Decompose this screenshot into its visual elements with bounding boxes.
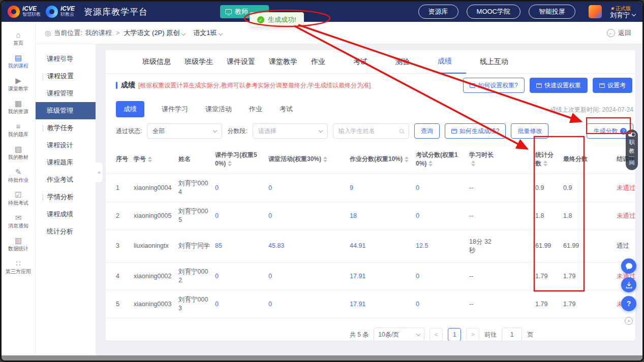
col-header-activity[interactable]: 课堂活动(权重30%) (268, 155, 350, 163)
table-row: 1 xiaoning0004 刘育宁0004 0 0 9 0 -- 0.9 0.… (106, 174, 635, 202)
download-button[interactable] (621, 277, 636, 292)
courseware-score-link[interactable]: 0 (215, 184, 268, 192)
menu-item-class-management[interactable]: 班级管理 (36, 102, 96, 119)
chevron-down-icon (219, 31, 223, 35)
menu-item-course-question-bank[interactable]: 课程题库 (36, 154, 96, 171)
quick-set-weight-button[interactable]: 快速设置权重 (530, 78, 588, 93)
homework-score-link[interactable]: 9 (350, 184, 416, 192)
nav-smart-screen[interactable]: 智能投屏 (529, 5, 575, 19)
sidebar-collapse-handle[interactable]: « (96, 161, 103, 183)
menu-item-course-management[interactable]: 课程管理 (36, 85, 96, 102)
goto-page-input[interactable] (502, 327, 522, 341)
sort-icon[interactable] (471, 160, 475, 167)
sort-icon[interactable] (405, 156, 409, 162)
set-exam-button[interactable]: 设置考 (593, 78, 632, 93)
activity-score-link[interactable]: 0 (268, 184, 350, 192)
sidebar-item-my-courses[interactable]: ▤我的课程 (2, 50, 35, 73)
sort-icon[interactable] (148, 156, 152, 162)
sort-icon[interactable] (323, 156, 327, 162)
homework-score-link[interactable]: 18 (350, 212, 416, 220)
menu-item-homework-exam[interactable]: 作业考试 (36, 171, 96, 188)
subtab-grades[interactable]: 成绩 (116, 101, 144, 117)
tab-classroom-teaching[interactable]: 课堂教学 (269, 50, 297, 74)
toggle-icon[interactable] (628, 133, 635, 137)
sidebar-item-statistics[interactable]: ▥数据统计 (2, 233, 35, 255)
current-page-button[interactable]: 1 (448, 328, 461, 341)
exam-score-link[interactable]: 0 (416, 300, 469, 309)
how-to-generate-grades-button[interactable]: 如何生成成绩? (445, 123, 506, 139)
prev-page-button[interactable]: < (430, 328, 443, 341)
score-range-select[interactable]: 请选择 (253, 123, 328, 139)
subtab-exam[interactable]: 考试 (280, 105, 293, 114)
activity-score-link[interactable]: 0 (268, 272, 350, 281)
close-float-button[interactable]: × (625, 317, 633, 325)
sidebar-item-question-bank[interactable]: ≡我的题库 (2, 118, 35, 141)
col-header-exam[interactable]: 考试分数(权重10%) (416, 151, 469, 168)
courseware-score-link[interactable]: 0 (215, 272, 268, 281)
homework-score-link[interactable]: 17.91 (350, 272, 416, 281)
avatar[interactable] (589, 5, 602, 18)
customer-service-button[interactable] (621, 258, 636, 274)
help-button[interactable]: ? (621, 296, 636, 311)
subtab-homework[interactable]: 作业 (249, 105, 262, 114)
sidebar-item-third-party-apps[interactable]: ∷第三方应用 (2, 255, 35, 278)
sidebar-item-textbooks[interactable]: ▧我的教材 (2, 141, 35, 164)
batch-edit-button[interactable]: 批量修改 (511, 123, 548, 139)
tab-courseware-settings[interactable]: 课件设置 (227, 50, 255, 74)
nav-resource-library[interactable]: 资源库 (418, 5, 458, 19)
menu-item-statistical-analysis[interactable]: 统计分析 (36, 223, 96, 240)
exam-score-link[interactable]: 0 (416, 272, 469, 281)
courseware-score-link[interactable]: 0 (215, 212, 268, 220)
next-page-button[interactable]: > (466, 328, 479, 341)
breadcrumb-course-dropdown[interactable]: 大学语文 (2P) 原创 (124, 28, 185, 38)
sidebar-item-home[interactable]: ⌂首页 (2, 27, 35, 50)
sort-icon[interactable] (428, 160, 433, 167)
menu-item-course-guide[interactable]: 课程引导 (36, 50, 96, 68)
floating-side-tag[interactable]: 职 教 间 (626, 129, 638, 170)
sidebar-item-my-resources[interactable]: ▦我的资源 (2, 95, 35, 118)
exam-score-link[interactable]: 0 (416, 184, 469, 192)
sort-icon[interactable] (228, 160, 232, 167)
student-name-search[interactable] (333, 123, 409, 139)
tab-online-interaction[interactable]: 线上互动 (480, 50, 508, 74)
subtab-class-activity[interactable]: 课堂活动 (205, 105, 232, 114)
how-to-set-weight-button[interactable]: 如何设置权重? (463, 78, 525, 93)
col-header-duration[interactable]: 学习时长 (469, 151, 499, 168)
tab-class-students[interactable]: 班级学生 (185, 50, 213, 74)
sidebar-item-classroom-teaching[interactable]: ▶课堂教学 (2, 73, 35, 95)
col-header-student-id[interactable]: 学号 (134, 155, 178, 163)
tab-grades[interactable]: 成绩 (438, 50, 466, 74)
col-header-homework[interactable]: 作业分数(权重10%) (350, 155, 416, 163)
homework-score-link[interactable]: 44.91 (350, 242, 416, 250)
nav-mooc-academy[interactable]: MOOC学院 (467, 5, 520, 19)
sidebar-item-pending-homework[interactable]: ✎待批作业 (2, 164, 35, 187)
tab-quiz[interactable]: 测验 (395, 50, 424, 74)
activity-score-link[interactable]: 45.83 (268, 242, 350, 250)
subtab-courseware-learning[interactable]: 课件学习 (162, 105, 188, 114)
courseware-score-link[interactable]: 85 (215, 242, 268, 250)
tab-homework[interactable]: 作业 (311, 50, 340, 74)
exam-score-link[interactable]: 12.5 (416, 242, 469, 250)
sidebar-item-notifications[interactable]: ✉消息通知 (2, 210, 35, 233)
query-button[interactable]: 查询 (414, 123, 440, 139)
user-menu[interactable]: 刘育宁 (610, 12, 635, 18)
col-header-stat-score[interactable]: 统计分数 (535, 151, 563, 168)
breadcrumb-class-dropdown[interactable]: 语文1班 (193, 28, 222, 38)
activity-score-link[interactable]: 0 (268, 212, 350, 220)
sort-icon[interactable] (543, 160, 547, 167)
courseware-score-link[interactable]: 0 (215, 300, 268, 309)
pass-status-select[interactable]: 全部 (147, 123, 222, 139)
activity-score-link[interactable]: 0 (268, 300, 350, 309)
col-header-courseware[interactable]: 课件学习(权重50%) (215, 151, 268, 168)
breadcrumb-my-courses[interactable]: 我的课程 (85, 28, 112, 38)
back-button[interactable]: ← 返回 (607, 28, 631, 38)
tab-class-info[interactable]: 班级信息 (142, 50, 171, 74)
exam-score-link[interactable]: 0 (416, 212, 469, 220)
tab-exam[interactable]: 考试 (353, 50, 382, 74)
page-size-select[interactable]: 10条/页 (374, 327, 424, 341)
homework-score-link[interactable]: 17.91 (350, 300, 416, 309)
menu-item-course-design[interactable]: 课程设计 (36, 137, 96, 154)
sidebar-item-pending-exams[interactable]: ☑待批考试 (2, 187, 35, 210)
search-input[interactable] (339, 127, 395, 135)
menu-item-course-grades[interactable]: 课程成绩 (36, 206, 96, 223)
